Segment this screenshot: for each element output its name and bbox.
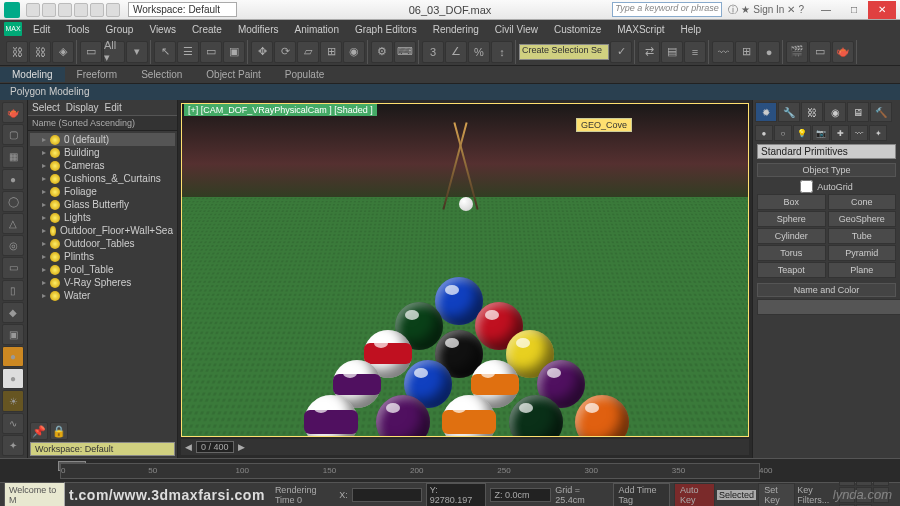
layers-icon[interactable]: ≡ [684, 41, 706, 63]
name-color-rollout[interactable]: Name and Color [757, 283, 896, 297]
scene-item[interactable]: ▸Outdoor_Floor+Wall+Sea [30, 224, 175, 237]
align-icon[interactable]: ▤ [661, 41, 683, 63]
track-bar[interactable]: 050100150200250300350400 [0, 458, 900, 482]
scene-item[interactable]: ▸Cameras [30, 159, 175, 172]
scene-item[interactable]: ▸Lights [30, 211, 175, 224]
bind-icon[interactable]: ◈ [52, 41, 74, 63]
scene-item[interactable]: ▸V-Ray Spheres [30, 276, 175, 289]
select-object-icon[interactable]: ↖ [154, 41, 176, 63]
scene-item[interactable]: ▸Water [30, 289, 175, 302]
qat-open-icon[interactable] [42, 3, 56, 17]
visibility-bulb-icon[interactable] [50, 265, 60, 275]
coord-y-input[interactable]: Y: 92780.197 [426, 483, 487, 507]
scene-item[interactable]: ▸Building [30, 146, 175, 159]
material-icon[interactable]: ● [758, 41, 780, 63]
maximize-button[interactable]: □ [840, 1, 868, 19]
scene-item[interactable]: ▸Plinths [30, 250, 175, 263]
unlink-icon[interactable]: ⛓ [29, 41, 51, 63]
curve-editor-icon[interactable]: 〰 [712, 41, 734, 63]
scene-tab-select[interactable]: Select [32, 102, 60, 113]
autogrid-checkbox[interactable] [800, 180, 813, 193]
space-subtab-icon[interactable]: 〰 [850, 125, 868, 141]
primitive-box-button[interactable]: Box [757, 194, 826, 210]
container-icon[interactable]: ▣ [2, 324, 24, 345]
visibility-bulb-icon[interactable] [50, 239, 60, 249]
menu-grapheditors[interactable]: Graph Editors [348, 22, 424, 37]
qat-new-icon[interactable] [26, 3, 40, 17]
torus-icon[interactable]: ◎ [2, 235, 24, 256]
tab-modeling[interactable]: Modeling [0, 67, 65, 82]
primitive-plane-button[interactable]: Plane [828, 262, 897, 278]
box-icon[interactable]: ▢ [2, 124, 24, 145]
menu-maxscript[interactable]: MAXScript [610, 22, 671, 37]
percent-snap-icon[interactable]: % [468, 41, 490, 63]
primitive-pyramid-button[interactable]: Pyramid [828, 245, 897, 261]
qat-redo-icon[interactable] [90, 3, 104, 17]
next-key-icon[interactable]: ▶ [238, 442, 245, 452]
sun-icon[interactable]: ☀ [2, 390, 24, 411]
helpers-subtab-icon[interactable]: ✚ [831, 125, 849, 141]
primitive-torus-button[interactable]: Torus [757, 245, 826, 261]
search-input[interactable]: Type a keyword or phrase [612, 2, 722, 17]
scene-tab-display[interactable]: Display [66, 102, 99, 113]
primitive-teapot-button[interactable]: Teapot [757, 262, 826, 278]
primitive-sphere-button[interactable]: Sphere [757, 211, 826, 227]
primitive-cylinder-button[interactable]: Cylinder [757, 228, 826, 244]
pivot-icon[interactable]: ◉ [343, 41, 365, 63]
cone-icon[interactable]: △ [2, 213, 24, 234]
scene-item[interactable]: ▸Foliage [30, 185, 175, 198]
scene-item[interactable]: ▸Cushions_&_Curtains [30, 172, 175, 185]
visibility-bulb-icon[interactable] [50, 226, 56, 236]
qat-undo-icon[interactable] [74, 3, 88, 17]
category-dropdown[interactable]: Standard Primitives [757, 144, 896, 159]
infocenter-icon[interactable]: ⓘ [728, 3, 738, 17]
visibility-bulb-icon[interactable] [50, 148, 60, 158]
keyfilters-button[interactable]: Key Filters... [797, 485, 837, 505]
display-tab-icon[interactable]: 🖥 [847, 102, 869, 122]
grid-icon[interactable]: ▦ [2, 146, 24, 167]
qat-save-icon[interactable] [58, 3, 72, 17]
cameras-subtab-icon[interactable]: 📷 [812, 125, 830, 141]
render-frame-icon[interactable]: ▭ [809, 41, 831, 63]
scene-tree[interactable]: ▸0 (default)▸Building▸Cameras▸Cushions_&… [28, 131, 177, 418]
coord-x-input[interactable] [352, 488, 422, 502]
workspace-selector[interactable]: Workspace: Default [128, 2, 237, 17]
tube-icon[interactable]: ◯ [2, 191, 24, 212]
geometry-subtab-icon[interactable]: ● [755, 125, 773, 141]
move-icon[interactable]: ✥ [251, 41, 273, 63]
manip-icon[interactable]: ⚙ [371, 41, 393, 63]
select-name-icon[interactable]: ☰ [177, 41, 199, 63]
spline-icon[interactable]: ∿ [2, 413, 24, 434]
menu-edit[interactable]: Edit [26, 22, 57, 37]
primitive-geosphere-button[interactable]: GeoSphere [828, 211, 897, 227]
qat-link-icon[interactable] [106, 3, 120, 17]
tab-freeform[interactable]: Freeform [65, 67, 130, 82]
menu-customize[interactable]: Customize [547, 22, 608, 37]
render-setup-icon[interactable]: 🎬 [786, 41, 808, 63]
visibility-bulb-icon[interactable] [50, 174, 60, 184]
visibility-bulb-icon[interactable] [50, 187, 60, 197]
tab-selection[interactable]: Selection [129, 67, 194, 82]
viewport-label[interactable]: [+] [CAM_DOF_VRayPhysicalCam ] [Shaded ] [184, 104, 377, 116]
max-logo-icon[interactable]: MAX [4, 22, 22, 36]
menu-rendering[interactable]: Rendering [426, 22, 486, 37]
white-icon[interactable]: ● [2, 368, 24, 389]
prev-key-icon[interactable]: ◀ [185, 442, 192, 452]
object-name-input[interactable] [757, 299, 900, 315]
visibility-bulb-icon[interactable] [50, 161, 60, 171]
keymode-selector[interactable]: Selected [717, 490, 756, 500]
window-cross-icon[interactable]: ▣ [223, 41, 245, 63]
select-region-icon[interactable]: ▭ [200, 41, 222, 63]
rotate-icon[interactable]: ⟳ [274, 41, 296, 63]
visibility-bulb-icon[interactable] [50, 252, 60, 262]
object-type-rollout[interactable]: Object Type [757, 163, 896, 177]
angle-snap-icon[interactable]: ∠ [445, 41, 467, 63]
visibility-bulb-icon[interactable] [50, 291, 60, 301]
lights-subtab-icon[interactable]: 💡 [793, 125, 811, 141]
selection-add-icon[interactable]: ✓ [610, 41, 632, 63]
scene-item[interactable]: ▸Pool_Table [30, 263, 175, 276]
scene-item[interactable]: ▸Glass Butterfly [30, 198, 175, 211]
viewport[interactable]: [+] [CAM_DOF_VRayPhysicalCam ] [Shaded ]… [178, 100, 752, 458]
visibility-bulb-icon[interactable] [50, 135, 60, 145]
utilities-tab-icon[interactable]: 🔨 [870, 102, 892, 122]
